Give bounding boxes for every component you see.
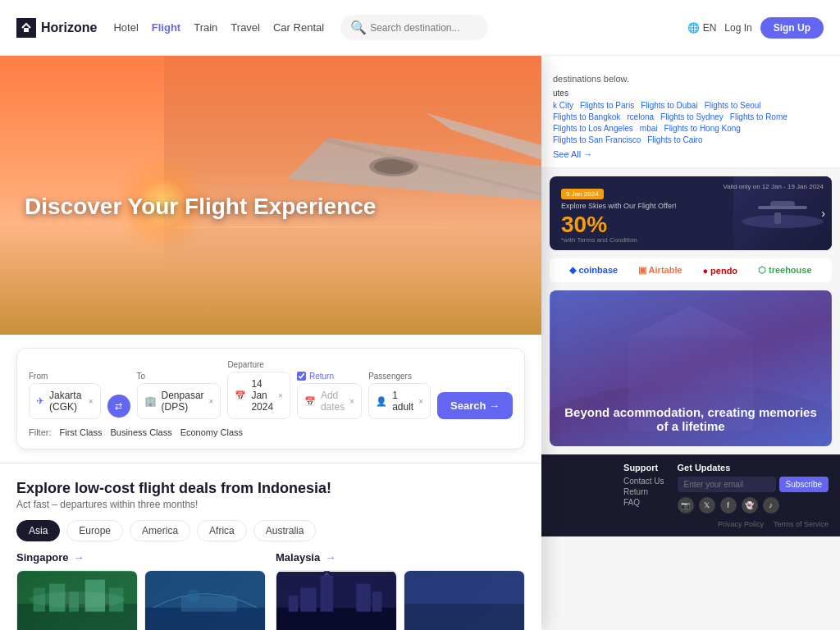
facebook-icon[interactable]: f: [720, 497, 737, 514]
signup-button[interactable]: Sign Up: [760, 17, 824, 39]
footer-updates-title: Get Updates: [678, 463, 829, 472]
main-content: Discover Your Flight Experience From ✈ J…: [0, 56, 541, 630]
return-checkbox[interactable]: [297, 372, 306, 381]
instagram-icon[interactable]: 📷: [678, 497, 694, 514]
search-input[interactable]: [370, 22, 477, 34]
dest-link[interactable]: Flights to Rome: [730, 112, 788, 121]
singapore-header[interactable]: Singapore →: [16, 551, 266, 564]
promo-valid: Valid only on 12 Jan - 19 Jan 2024: [723, 183, 824, 190]
dest-link[interactable]: Flights to Paris: [580, 101, 634, 110]
horizon-line: [0, 226, 541, 228]
nav-train[interactable]: Train: [194, 21, 217, 34]
footer-contact[interactable]: Contact Us: [623, 477, 664, 486]
from-clear[interactable]: ×: [89, 397, 94, 406]
language-button[interactable]: 🌐 EN: [687, 22, 717, 34]
dest-link[interactable]: Flights to Los Angeles: [553, 124, 633, 133]
person-icon: 👤: [376, 396, 387, 407]
twitter-icon[interactable]: 𝕏: [699, 497, 715, 514]
login-button[interactable]: Log In: [724, 22, 751, 34]
region-tabs: Asia Europe America Africa Australia: [16, 520, 525, 541]
nav-hotel[interactable]: Hotel: [113, 21, 138, 34]
svg-rect-26: [321, 576, 327, 612]
search-fields-row: From ✈ Jakarta (CGK) × ⇄ To 🏢: [29, 360, 513, 419]
globe-icon: 🌐: [687, 22, 700, 34]
pass-clear[interactable]: ×: [418, 397, 423, 406]
filter-business-class[interactable]: Business Class: [110, 427, 171, 437]
filter-row: Filter: First Class Business Class Econo…: [29, 427, 513, 437]
departure-field-inner[interactable]: 📅 14 Jan 2024 ×: [227, 372, 290, 419]
svg-marker-29: [323, 571, 330, 572]
right-panel: destinations below. utes k City Flights …: [541, 66, 840, 630]
nav-car-rental[interactable]: Car Rental: [273, 21, 324, 34]
nav-search-box[interactable]: 🔍: [340, 15, 488, 40]
from-field-inner[interactable]: ✈ Jakarta (CGK) ×: [29, 383, 101, 419]
dest-link[interactable]: Flights to Sydney: [660, 112, 724, 121]
tab-europe[interactable]: Europe: [66, 520, 123, 541]
lang-label: EN: [703, 22, 717, 34]
footer-faq[interactable]: FAQ: [623, 498, 664, 507]
singapore-card-2[interactable]: SkyVista Airlines 📅 Wed, 13 Mar 2024 🔵 F…: [144, 570, 266, 630]
footer-return[interactable]: Return: [623, 487, 664, 496]
malaysia-card-1[interactable]: ZenAir Express 📅 Fri, 8 Mar 2024 🔵 Busin…: [276, 570, 397, 630]
dest-link[interactable]: Flights to San Francisco: [553, 135, 641, 144]
hero-title: Discover Your Flight Experience: [25, 194, 376, 220]
social-icons-row: 📷 𝕏 f 👻 ♪: [678, 497, 829, 514]
tiktok-icon[interactable]: ♪: [763, 497, 779, 514]
dest-link[interactable]: Flights to Seoul: [705, 101, 761, 110]
dest-link[interactable]: k City: [553, 101, 573, 110]
promo-arrow[interactable]: ›: [821, 207, 825, 220]
filter-economy-class[interactable]: Economy Class: [180, 427, 243, 437]
search-box: From ✈ Jakarta (CGK) × ⇄ To 🏢: [16, 348, 525, 450]
email-input[interactable]: [678, 477, 776, 492]
dest-link[interactable]: rcelona: [627, 112, 654, 121]
scrollable-content: Discover Your Flight Experience From ✈ J…: [0, 56, 541, 630]
return-field-inner[interactable]: 📅 Add dates ×: [297, 383, 362, 419]
singapore-card-2-img: [145, 571, 265, 630]
tab-australia[interactable]: Australia: [253, 520, 317, 541]
filter-first-class[interactable]: First Class: [60, 427, 103, 437]
tab-africa[interactable]: Africa: [197, 520, 247, 541]
from-label: From: [29, 372, 101, 381]
malaysia-header[interactable]: Malaysia →: [276, 551, 525, 564]
logo: Horizone: [16, 18, 97, 38]
dest-intro: destinations below.: [553, 74, 829, 84]
departure-label: Departure: [227, 360, 290, 369]
terms-link[interactable]: Terms of Service: [774, 520, 829, 528]
footer-updates: Get Updates Subscribe 📷 𝕏 f 👻 ♪: [678, 463, 829, 514]
logo-text: Horizone: [41, 21, 97, 35]
dest-link[interactable]: Flights to Hong Kong: [664, 124, 741, 133]
tab-america[interactable]: America: [130, 520, 190, 541]
dep-clear[interactable]: ×: [278, 391, 283, 400]
see-all-link[interactable]: See All →: [553, 149, 829, 159]
singapore-card-1[interactable]: HorizonWings 📅 Wed, 6 Mar 2024 🔵 Economy…: [16, 570, 138, 630]
to-value: Denpasar (DPS): [162, 390, 204, 413]
malaysia-img1-svg: [276, 571, 396, 630]
passengers-field-inner[interactable]: 👤 1 adult ×: [368, 383, 431, 419]
subscribe-button[interactable]: Subscribe: [779, 477, 829, 492]
ret-clear[interactable]: ×: [349, 397, 354, 406]
to-field: To 🏢 Denpasar (DPS) ×: [137, 372, 221, 419]
snapchat-icon[interactable]: 👻: [742, 497, 758, 514]
to-clear[interactable]: ×: [209, 397, 214, 406]
nav-travel[interactable]: Travel: [231, 21, 260, 34]
malaysia-card-2[interactable]: StellarJet Airways 📅 Mon, 11 Mar 2024 🔵 …: [404, 570, 525, 630]
to-field-inner[interactable]: 🏢 Denpasar (DPS) ×: [137, 383, 221, 419]
brand-coinbase: ◆ coinbase: [569, 265, 618, 276]
calendar-icon: 📅: [235, 390, 246, 401]
svg-rect-3: [774, 212, 781, 224]
brand-logos-bar: ◆ coinbase ▣ Airtable ● pendo ⬡ treehous…: [550, 258, 832, 282]
deals-section: Explore low-cost flight deals from Indon…: [0, 463, 541, 630]
dest-link[interactable]: mbai: [640, 124, 658, 133]
swap-button[interactable]: ⇄: [107, 395, 130, 418]
dest-link[interactable]: Flights to Bangkok: [553, 112, 620, 121]
deals-title: Explore low-cost flight deals from Indon…: [16, 480, 525, 497]
passengers-field: Passengers 👤 1 adult ×: [368, 372, 431, 419]
dest-link[interactable]: Flights to Cairo: [647, 135, 702, 144]
tab-asia[interactable]: Asia: [16, 520, 60, 541]
malaysia-card-1-img: [276, 571, 396, 630]
nav-flight[interactable]: Flight: [152, 21, 180, 34]
search-section: From ✈ Jakarta (CGK) × ⇄ To 🏢: [0, 335, 541, 463]
search-button[interactable]: Search →: [437, 392, 513, 419]
privacy-link[interactable]: Privacy Policy: [718, 520, 764, 528]
dest-link[interactable]: Flights to Dubai: [641, 101, 697, 110]
